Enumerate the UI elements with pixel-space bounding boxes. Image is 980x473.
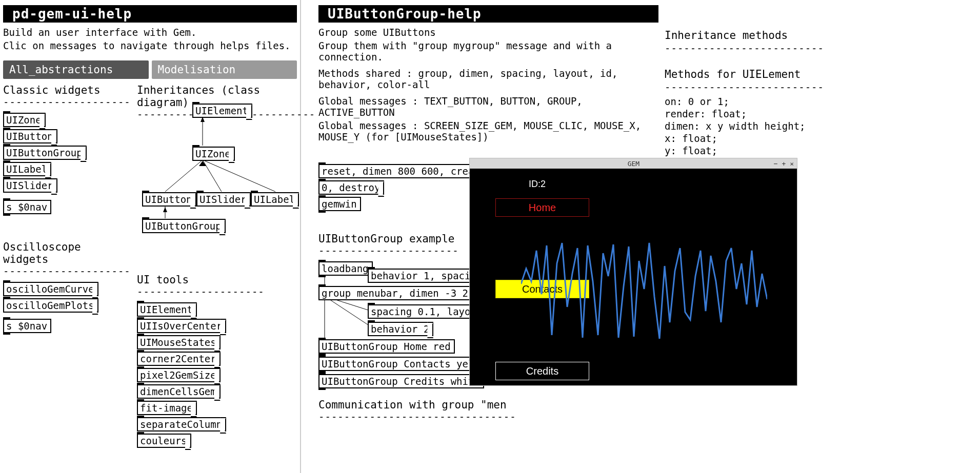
heading-ui-tools: UI tools	[137, 274, 315, 286]
desc-line-2: Group them with "group mygroup" message …	[318, 40, 658, 63]
heading-communication: Communication with group "men	[318, 399, 658, 411]
svg-line-11	[325, 296, 373, 328]
msg-spacing[interactable]: spacing 0.1, layou	[368, 304, 481, 319]
desc-line-5: Global messages : SCREEN_SIZE_GEM, MOUSE…	[318, 120, 658, 142]
obj-loadbang[interactable]: loadbang	[318, 261, 373, 276]
msg-behavior-2[interactable]: behavior 2	[368, 322, 433, 336]
msg-uibutton[interactable]: UIButton	[3, 129, 57, 143]
diagram-uibuttongroup[interactable]: UIButtonGroup	[142, 219, 226, 233]
msg-tool-dimencellsgem[interactable]: dimenCellsGem	[137, 384, 221, 399]
gem-window-title: GEM	[493, 160, 774, 168]
obj-send-nav-2[interactable]: s $0nav	[3, 319, 51, 333]
gem-window: GEM − + × ID:2 Home Contacts Credits	[469, 158, 797, 386]
gem-window-chrome[interactable]: GEM − + ×	[470, 158, 797, 169]
dashline: --------------------	[3, 265, 129, 277]
obj-bg-home[interactable]: UIButtonGroup Home red	[318, 339, 455, 354]
intro-line-2: Clic on messages to navigate through hel…	[3, 40, 297, 51]
diagram-uibutton[interactable]: UIButton	[142, 192, 196, 207]
diagram-uilabel[interactable]: UILabel	[251, 192, 299, 207]
gem-oscilloscope	[521, 240, 767, 343]
desc-line-3: Methods shared : group, dimen, spacing, …	[318, 68, 658, 90]
gem-button-credits[interactable]: Credits	[495, 362, 589, 380]
msg-tool-uielement[interactable]: UIElement	[137, 302, 197, 317]
msg-tool-pixel2gemsize[interactable]: pixel2GemSize	[137, 368, 221, 382]
gem-window-content: ID:2 Home Contacts Credits	[470, 169, 797, 385]
method-dimen: dimen: x y width height;	[665, 120, 976, 132]
msg-tool-fit-image[interactable]: fit-image	[137, 401, 197, 415]
msg-oscillogemplots[interactable]: oscilloGemPlots	[3, 298, 98, 313]
msg-oscillogemcurve[interactable]: oscilloGemCurve	[3, 282, 98, 296]
heading-methods-uielement: Methods for UIELement	[665, 68, 976, 80]
dashline: --------------------	[137, 286, 315, 297]
heading-classic-widgets: Classic widgets	[3, 84, 129, 96]
dashline: -------------------------	[665, 81, 976, 93]
tab-modelisation[interactable]: Modelisation	[152, 60, 297, 79]
window-min-icon[interactable]: −	[774, 160, 778, 168]
gem-window-controls: − + ×	[774, 160, 794, 168]
msg-uislider[interactable]: UISlider	[3, 178, 57, 193]
intro-line-1: Build an user interface with Gem.	[3, 27, 297, 38]
titlebar-left: pd-gem-ui-help	[3, 5, 297, 23]
svg-line-3	[203, 160, 222, 192]
msg-tool-corner2center[interactable]: corner2Center	[137, 352, 221, 366]
obj-bg-contacts[interactable]: UIButtonGroup Contacts yello	[318, 357, 490, 371]
heading-oscilloscope: Oscilloscope widgets	[3, 241, 129, 265]
svg-marker-5	[199, 161, 206, 166]
msg-tool-couleurs[interactable]: couleurs	[137, 434, 191, 448]
classic-widgets-list: UIZone UIButton UIButtonGroup UILabel UI…	[3, 112, 129, 215]
msg-behavior-1[interactable]: behavior 1, spacing	[368, 269, 486, 283]
msg-group-menubar[interactable]: group menubar, dimen -3 2.8	[318, 286, 484, 300]
window-max-icon[interactable]: +	[782, 160, 786, 168]
diagram-uizone[interactable]: UIZone	[192, 147, 235, 161]
dashline: --------------------	[3, 96, 129, 108]
msg-tool-uiisovercenter[interactable]: UIIsOverCenter	[137, 319, 226, 333]
method-x: x: float;	[665, 133, 976, 144]
msg-uibuttongroup[interactable]: UIButtonGroup	[3, 146, 87, 160]
tab-all-abstractions[interactable]: All_abstractions	[3, 60, 149, 79]
gem-id-label: ID:2	[529, 179, 546, 190]
msg-gemwin-destroy[interactable]: 0, destroy	[318, 180, 384, 195]
obj-gemwin[interactable]: gemwin	[318, 197, 361, 211]
desc-line-1: Group some UIButtons	[318, 27, 658, 38]
gem-button-home[interactable]: Home	[495, 198, 589, 217]
obj-bg-credits[interactable]: UIButtonGroup Credits white	[318, 374, 484, 388]
panel-pd-gem-ui-help: pd-gem-ui-help Build an user interface w…	[0, 0, 300, 473]
oscilloscope-list: oscilloGemCurve oscilloGemPlots s $0nav	[3, 281, 129, 334]
ui-tools-list: UIElement UIIsOverCenter UIMouseStates c…	[137, 301, 315, 449]
method-render: render: float;	[665, 108, 976, 119]
method-y: y: float;	[665, 145, 976, 156]
dashline: -------------------------------	[318, 411, 658, 422]
svg-line-4	[203, 160, 275, 192]
msg-uilabel[interactable]: UILabel	[3, 162, 51, 176]
obj-send-nav-1[interactable]: s $0nav	[3, 200, 51, 214]
diagram-uislider[interactable]: UISlider	[196, 192, 251, 207]
titlebar-mid: UIButtonGroup-help	[318, 5, 658, 23]
msg-uizone[interactable]: UIZone	[3, 113, 46, 127]
svg-marker-7	[163, 207, 167, 212]
svg-line-2	[165, 160, 203, 192]
msg-tool-uimousestates[interactable]: UIMouseStates	[137, 335, 221, 349]
method-on: on: 0 or 1;	[665, 96, 976, 107]
window-close-icon[interactable]: ×	[790, 160, 794, 168]
dashline: -------------------------	[665, 43, 976, 54]
msg-tool-separatecolumn[interactable]: separateColumn	[137, 417, 226, 431]
desc-line-4: Global messages : TEXT_BUTTON, BUTTON, G…	[318, 95, 658, 118]
diagram-uielement[interactable]: UIElement	[192, 104, 252, 118]
heading-inheritance-methods: Inheritance methods	[665, 29, 976, 42]
